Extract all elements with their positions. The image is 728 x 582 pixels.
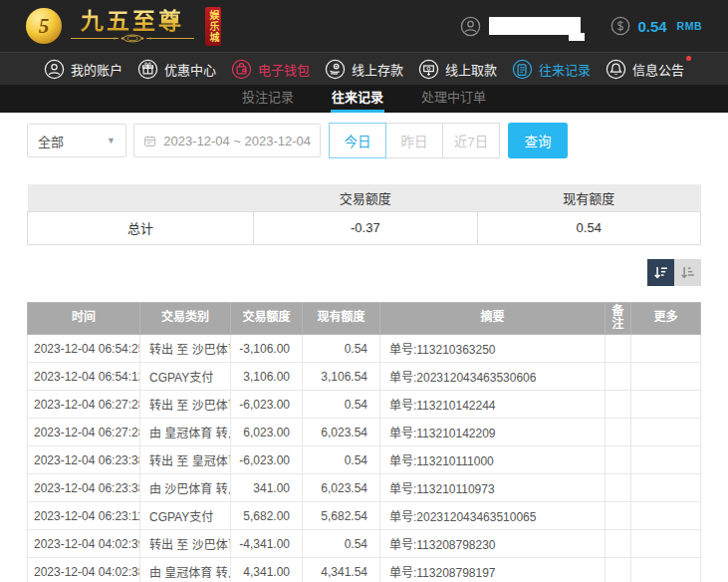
cell-balance: 0.54 (303, 446, 380, 474)
cell-summary: 单号:113210142244 (380, 391, 606, 419)
tab-betting-records[interactable]: 投注记录 (241, 85, 295, 113)
table-row: 2023-12-04 04:02:38由 皇冠体育 转入4,341.004,34… (28, 558, 701, 582)
brand-monogram-icon: 5 (26, 8, 62, 44)
cell-more (631, 391, 701, 419)
cell-more (631, 530, 701, 558)
table-row: 2023-12-04 06:23:38由 沙巴体育 转入341.006,023.… (28, 474, 701, 502)
cell-remark (606, 558, 631, 582)
cell-time: 2023-12-04 06:27:28 (28, 419, 140, 446)
summary-header-row: 交易额度 现有额度 (28, 184, 701, 211)
sort-ascending-button[interactable] (674, 259, 701, 286)
cell-amount: 341.00 (231, 474, 303, 502)
date-range-value: 2023-12-04 ~ 2023-12-04 (163, 134, 311, 148)
table-row: 2023-12-04 06:23:38转出 至 皇冠体育-6,023.000.5… (28, 446, 701, 474)
sort-ascending-icon (679, 264, 696, 281)
content-area: 全部 ▼ 2023-12-04 ~ 2023-12-04 今日 昨日 近7日 查… (0, 113, 728, 582)
cell-more (631, 363, 701, 391)
cell-balance: 0.54 (303, 530, 380, 558)
cell-amount: -6,023.00 (231, 446, 303, 474)
summary-header-transaction: 交易额度 (254, 184, 477, 211)
summary-balance-total: 0.54 (477, 211, 700, 244)
cell-time: 2023-12-04 06:23:38 (28, 446, 140, 474)
cell-time: 2023-12-04 06:23:38 (28, 474, 140, 502)
brand-name: 九五至尊 (81, 9, 184, 33)
transactions-table: 时间 交易类别 交易额度 现有额度 摘要 备注 更多 2023-12-04 06… (27, 302, 701, 582)
cell-type: 转出 至 皇冠体育 (140, 446, 231, 474)
brand-logo[interactable]: 5 九五至尊 娱乐城 (26, 7, 221, 46)
filter-bar: 全部 ▼ 2023-12-04 ~ 2023-12-04 今日 昨日 近7日 查… (27, 113, 701, 158)
balance-currency: RMB (677, 20, 702, 32)
brand-badge: 娱乐城 (205, 7, 221, 46)
sort-controls (27, 259, 701, 286)
nav-item-online-withdrawal[interactable]: 线上取款 (418, 59, 497, 80)
table-row: 2023-12-04 06:54:12CGPAY支付3,106.003,106.… (28, 363, 701, 391)
today-button[interactable]: 今日 (329, 123, 386, 158)
nav-label: 优惠中心 (164, 60, 216, 79)
dollar-circle-icon (610, 16, 630, 36)
col-header-time: 时间 (28, 302, 140, 335)
cell-balance: 5,682.54 (303, 502, 380, 530)
account-summary: 0.54RMB (460, 16, 702, 37)
user-icon (44, 59, 65, 80)
cell-more (631, 446, 701, 474)
flourish-ornament-icon (69, 34, 196, 43)
cell-remark (606, 335, 631, 363)
cell-summary: 单号:113210363250 (380, 335, 606, 363)
cell-amount: 5,682.00 (231, 502, 303, 530)
cell-more (631, 502, 701, 530)
sub-nav: 投注记录 往来记录 处理中订单 (0, 85, 728, 113)
cell-type: 由 皇冠体育 转入 (140, 419, 231, 446)
cell-remark (606, 363, 631, 391)
cell-summary: 单号:202312043463510065 (380, 502, 606, 530)
date-range-input[interactable]: 2023-12-04 ~ 2023-12-04 (133, 124, 321, 157)
brand-text-block: 九五至尊 (69, 9, 196, 42)
nav-label: 往来记录 (539, 60, 591, 79)
cell-more (631, 419, 701, 446)
nav-label: 线上取款 (445, 60, 497, 79)
summary-transaction-total: -0.37 (254, 211, 477, 244)
type-filter-select[interactable]: 全部 ▼ (27, 124, 126, 157)
last-7-days-button[interactable]: 近7日 (442, 123, 500, 158)
wallet-icon (231, 59, 252, 80)
nav-item-promotions[interactable]: 优惠中心 (137, 59, 216, 80)
type-filter-value: 全部 (38, 132, 64, 150)
nav-item-e-wallet[interactable]: 电子钱包 (231, 59, 310, 80)
tab-transfer-records[interactable]: 往来记录 (331, 85, 384, 113)
notification-dot (686, 56, 691, 61)
col-header-summary: 摘要 (380, 302, 606, 335)
transactions-header-row: 时间 交易类别 交易额度 现有额度 摘要 备注 更多 (28, 302, 701, 335)
table-row: 2023-12-04 06:54:25转出 至 沙巴体育-3,106.000.5… (28, 335, 701, 363)
cell-type: CGPAY支付 (140, 502, 231, 530)
balance-amount: 0.54 (637, 18, 666, 35)
yesterday-button[interactable]: 昨日 (385, 123, 443, 158)
nav-item-transfer-records[interactable]: 往来记录 (512, 59, 591, 80)
transactions-body: 2023-12-04 06:54:25转出 至 沙巴体育-3,106.000.5… (28, 335, 701, 582)
search-button[interactable]: 查询 (508, 123, 568, 158)
cell-more (631, 558, 701, 582)
chevron-down-icon: ▼ (107, 136, 116, 146)
col-header-type: 交易类别 (140, 302, 231, 335)
cell-amount: 4,341.00 (231, 558, 303, 582)
nav-item-online-deposit[interactable]: 线上存款 (325, 59, 403, 80)
cell-remark (606, 474, 631, 502)
nav-item-announcements[interactable]: 信息公告 (606, 59, 684, 80)
sort-descending-button[interactable] (647, 259, 674, 286)
table-row: 2023-12-04 06:27:28由 皇冠体育 转入6,023.006,02… (28, 419, 701, 446)
cell-remark (606, 391, 631, 419)
redacted-username[interactable] (489, 17, 581, 35)
cell-summary: 单号:113210110973 (380, 474, 606, 502)
cell-time: 2023-12-04 06:54:25 (28, 335, 140, 363)
nav-item-my-account[interactable]: 我的账户 (44, 59, 122, 80)
cell-amount: -6,023.00 (231, 391, 303, 419)
balance-chip[interactable]: 0.54RMB (610, 16, 702, 36)
cell-remark (606, 502, 631, 530)
tab-pending-orders[interactable]: 处理中订单 (420, 85, 487, 113)
nav-label: 我的账户 (71, 60, 122, 79)
cell-balance: 6,023.54 (303, 419, 380, 446)
cell-summary: 单号:202312043463530606 (380, 363, 606, 391)
cell-remark (606, 419, 631, 446)
cell-amount: -3,106.00 (231, 335, 303, 363)
cell-balance: 3,106.54 (303, 363, 380, 391)
calendar-icon (143, 134, 156, 148)
nav-label: 电子钱包 (258, 60, 310, 79)
